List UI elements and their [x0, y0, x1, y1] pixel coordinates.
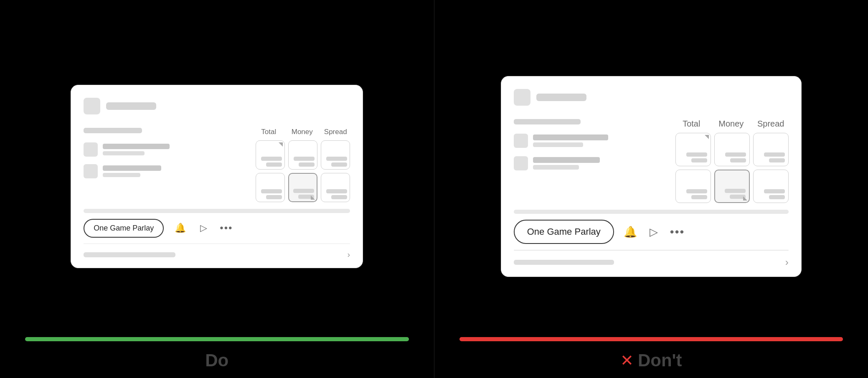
mock-divider-right — [514, 250, 789, 251]
mock-corner-tick-4r — [743, 196, 747, 200]
mock-bell-icon-left[interactable]: 🔔 — [173, 221, 187, 235]
mock-cell-inner-5ar — [764, 189, 785, 193]
do-panel: Total Money Spread — [0, 0, 434, 378]
mock-team-name-1-right — [533, 134, 608, 140]
mock-app-name-left — [106, 102, 156, 110]
mock-col-spread-left: Spread — [321, 128, 350, 136]
mock-cell-2-left[interactable] — [321, 140, 350, 170]
mock-cell-0-left[interactable] — [256, 140, 285, 170]
mock-team-row-2-right — [514, 156, 665, 170]
do-mock-card: Total Money Spread — [71, 85, 363, 269]
mock-col-spread-right: Spread — [753, 119, 789, 129]
mock-chevron-right-right[interactable]: › — [785, 256, 789, 268]
mock-bell-icon-right[interactable]: 🔔 — [623, 225, 637, 239]
mock-cell-inner-0ar — [686, 152, 707, 157]
dont-label-row: ✕ Don't — [434, 350, 868, 370]
mock-play-icon-right[interactable]: ▷ — [647, 225, 661, 239]
mock-footer-row-right: › — [514, 256, 789, 268]
dont-mock-card: Total Money Spread — [501, 76, 802, 277]
mock-cell-inner-0a — [261, 157, 282, 161]
mock-team-row-2-left — [84, 164, 246, 178]
mock-more-icon-left[interactable]: ••• — [220, 222, 233, 234]
mock-cell-inner-3br — [691, 195, 707, 199]
mock-team-row-1-left — [84, 142, 246, 157]
mock-team-text-2-left — [103, 165, 161, 177]
mock-cell-inner-1b — [299, 162, 315, 167]
mock-content-row-right: Total Money Spread — [514, 119, 789, 203]
mock-cell-inner-1a — [294, 157, 315, 161]
mock-cell-inner-2b — [331, 162, 347, 167]
mock-cell-inner-5b — [331, 195, 347, 199]
mock-team-sub-1-left — [103, 151, 145, 155]
mock-parlay-btn-right[interactable]: One Game Parlay — [514, 220, 614, 244]
mock-label-bar-top-right — [514, 119, 581, 124]
mock-cell-3-right[interactable] — [675, 170, 711, 203]
x-icon: ✕ — [620, 351, 634, 370]
mock-team-text-1-left — [103, 144, 170, 155]
mock-footer-bar-left — [84, 252, 175, 257]
mock-team-icon-2-left — [84, 164, 98, 178]
mock-header-right — [514, 89, 789, 110]
mock-cell-inner-0br — [691, 158, 707, 162]
mock-progress-bar-right — [514, 210, 789, 214]
mock-content-row-left: Total Money Spread — [84, 128, 350, 202]
mock-footer-bar-right — [514, 260, 614, 265]
mock-grid-headers-left: Total Money Spread — [254, 128, 350, 136]
dont-panel: Total Money Spread — [434, 0, 868, 378]
mock-chevron-right-left[interactable]: › — [348, 250, 350, 259]
mock-cell-1-right[interactable] — [714, 133, 750, 166]
mock-team-sub-2-right — [533, 165, 579, 170]
mock-teams-left — [84, 128, 246, 178]
mock-team-text-1-right — [533, 134, 608, 147]
mock-team-icon-1-left — [84, 142, 98, 157]
mock-corner-tick-0 — [279, 142, 283, 147]
mock-cell-inner-1br — [730, 158, 746, 162]
mock-team-icon-1-right — [514, 134, 528, 148]
mock-team-sub-1-right — [533, 142, 583, 147]
mock-cell-inner-3ar — [686, 189, 707, 193]
mock-cell-inner-3b — [266, 195, 282, 199]
do-label: Do — [205, 350, 228, 370]
mock-team-text-2-right — [533, 157, 600, 170]
mock-footer-row-left: › — [84, 250, 350, 259]
mock-cell-5-right[interactable] — [753, 170, 789, 203]
mock-team-icon-2-right — [514, 156, 528, 170]
mock-cell-1-left[interactable] — [288, 140, 317, 170]
mock-parlay-btn-left[interactable]: One Game Parlay — [84, 219, 164, 238]
mock-grid-headers-right: Total Money Spread — [674, 119, 789, 129]
mock-cell-2-right[interactable] — [753, 133, 789, 166]
mock-divider-left — [84, 244, 350, 244]
mock-grid-area-right: Total Money Spread — [674, 119, 789, 203]
mock-team-name-2-right — [533, 157, 600, 163]
do-bottom-bar — [25, 337, 409, 341]
mock-cell-inner-5a — [326, 189, 347, 193]
mock-header-left — [84, 98, 350, 119]
mock-cell-inner-4ar — [725, 189, 746, 193]
mock-action-row-right: One Game Parlay 🔔 ▷ ••• — [514, 220, 789, 244]
mock-play-icon-left[interactable]: ▷ — [196, 221, 211, 235]
mock-teams-right — [514, 119, 665, 170]
dont-label: Don't — [638, 350, 682, 370]
mock-col-total-left: Total — [254, 128, 283, 136]
mock-more-icon-right[interactable]: ••• — [670, 225, 685, 238]
mock-logo-left — [84, 98, 100, 114]
mock-col-total-right: Total — [674, 119, 709, 129]
mock-grid-right — [675, 133, 789, 203]
mock-progress-bar-left — [84, 209, 350, 213]
mock-app-name-right — [536, 94, 586, 101]
dont-bottom-bar — [459, 337, 843, 341]
mock-cell-5-left[interactable] — [321, 173, 350, 202]
mock-col-money-left: Money — [287, 128, 317, 136]
mock-corner-tick-4 — [311, 195, 315, 200]
mock-team-name-2-left — [103, 165, 161, 171]
mock-cell-0-right[interactable] — [675, 133, 711, 166]
do-label-row: Do — [0, 350, 434, 370]
mock-cell-3-left[interactable] — [256, 173, 285, 202]
mock-team-row-1-right — [514, 134, 665, 148]
mock-cell-4-left[interactable] — [288, 173, 317, 202]
mock-logo-right — [514, 89, 530, 106]
mock-team-sub-2-left — [103, 173, 140, 177]
mock-col-money-right: Money — [713, 119, 749, 129]
mock-cell-inner-5br — [769, 195, 785, 199]
mock-cell-4-right[interactable] — [714, 170, 750, 203]
